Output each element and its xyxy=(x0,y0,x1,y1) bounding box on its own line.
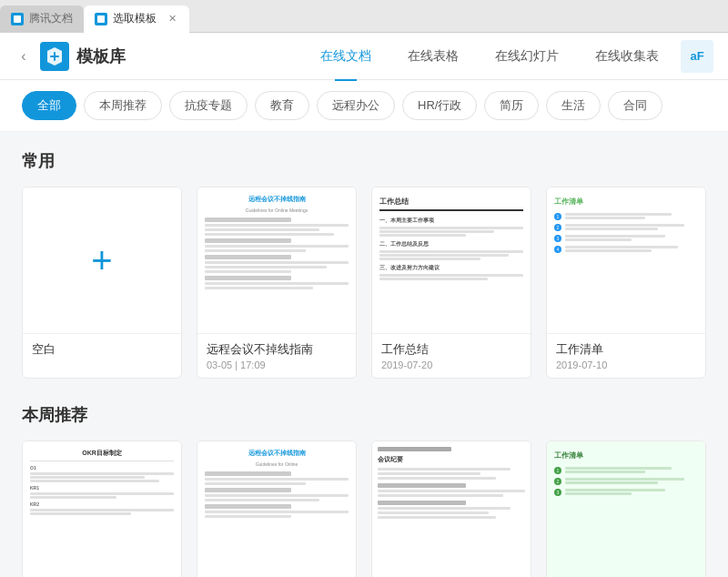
work-summary-name: 工作总结 xyxy=(381,341,521,358)
tencent-docs-icon xyxy=(11,13,24,25)
mp2-line-4 xyxy=(205,499,319,501)
mp-line-2 xyxy=(205,228,319,231)
ws-line-1 xyxy=(379,227,523,229)
ws-line-6 xyxy=(379,258,480,260)
tab-select-template-label: 选取模板 xyxy=(113,11,157,26)
template-meeting-guide[interactable]: 远程会议不掉线指南 Guidelines for Online Meetings xyxy=(197,187,357,379)
work-summary-preview: 工作总结 一、本周主要工作事项 二、工作总结及反思 xyxy=(372,187,531,333)
mp-line-5 xyxy=(205,249,306,252)
mn-line-4 xyxy=(378,490,525,492)
mp2-line-5 xyxy=(205,511,349,513)
wl2-line-2b xyxy=(565,481,658,484)
meeting-guide-preview: 远程会议不掉线指南 Guidelines for Online Meetings xyxy=(197,187,356,333)
nav-item-slide[interactable]: 在线幻灯片 xyxy=(495,45,559,68)
okr-preview-title: OKR目标制定 xyxy=(30,449,174,461)
common-section-title: 常用 xyxy=(22,150,706,172)
common-section: 常用 + 空白 远程会议不掉线指南 Guidelines for Online … xyxy=(22,150,706,379)
ws-section-2: 二、工作总结及反思 xyxy=(379,240,523,260)
cat-resume[interactable]: 简历 xyxy=(484,91,539,120)
cat-edu[interactable]: 教育 xyxy=(255,91,309,120)
cat-life[interactable]: 生活 xyxy=(546,91,601,120)
mp-line-9 xyxy=(205,282,349,285)
mp2-heading-2 xyxy=(205,488,291,492)
mp-heading-3 xyxy=(205,255,291,259)
ws-line-4 xyxy=(379,250,523,253)
okr-preview: OKR目标制定 O1 KR1 KR2 xyxy=(23,441,181,577)
cat-remote[interactable]: 远程办公 xyxy=(317,91,395,120)
mp2-line-3 xyxy=(205,494,349,497)
mp2-heading-3 xyxy=(205,504,291,509)
template-okr[interactable]: OKR目标制定 O1 KR1 KR2 xyxy=(22,440,182,577)
meeting-preview-subtitle: Guidelines for Online Meetings xyxy=(205,208,349,213)
wl2-line-3b xyxy=(565,492,632,495)
wl-line-3a xyxy=(565,235,665,238)
select-template-icon xyxy=(95,13,107,25)
mn-line-2 xyxy=(378,472,480,475)
mn-section-2 xyxy=(378,501,466,505)
wl2-line-1b xyxy=(565,471,645,473)
nav-item-form[interactable]: 在线收集表 xyxy=(595,45,659,68)
cat-covid[interactable]: 抗疫专题 xyxy=(169,91,248,120)
nav-item-doc[interactable]: 在线文档 xyxy=(320,45,371,68)
mp2-subtitle: Guidelines for Online xyxy=(205,461,349,467)
wl-line-2a xyxy=(565,224,684,227)
template-work-summary[interactable]: 工作总结 一、本周主要工作事项 二、工作总结及反思 xyxy=(371,187,531,379)
tab-tencent-docs[interactable]: 腾讯文档 xyxy=(0,5,84,33)
weekly-template-grid: OKR目标制定 O1 KR1 KR2 xyxy=(22,440,706,577)
wl-item-3: 3 xyxy=(554,234,698,242)
mp-line-7 xyxy=(205,266,327,268)
plus-icon: + xyxy=(91,240,112,281)
meeting-notes-preview: 会议纪要 xyxy=(372,441,531,577)
work-list2-preview: 工作清单 1 2 xyxy=(547,441,705,577)
okr-section-2: KR1 xyxy=(30,485,174,499)
tab-tencent-docs-label: 腾讯文档 xyxy=(29,11,73,26)
cat-contract[interactable]: 合同 xyxy=(608,91,662,120)
ws-line-7 xyxy=(379,274,523,277)
meeting-notes-mini-title xyxy=(378,447,451,451)
top-nav: 在线文档 在线表格 在线幻灯片 在线收集表 xyxy=(320,45,659,68)
wl-header: 工作清单 xyxy=(554,197,698,207)
tab-select-template[interactable]: 选取模板 ✕ xyxy=(84,5,189,33)
wl-line-2b xyxy=(565,228,658,230)
template-work-list[interactable]: 工作清单 1 2 xyxy=(546,187,706,379)
wl-line-1b xyxy=(565,217,645,219)
tab-close-button[interactable]: ✕ xyxy=(166,13,178,25)
mp-heading-4 xyxy=(205,276,291,280)
page-title: 模板库 xyxy=(76,46,126,67)
wl2-item-1: 1 xyxy=(554,466,698,474)
back-button[interactable]: ‹ xyxy=(15,47,33,66)
user-avatar[interactable]: aF xyxy=(681,40,713,73)
wl-item-4: 4 xyxy=(554,245,698,253)
mn-line-7 xyxy=(378,511,489,514)
work-list-date: 2019-07-10 xyxy=(556,359,696,370)
wl-line-3b xyxy=(565,238,632,241)
template-work-list2[interactable]: 工作清单 1 2 xyxy=(546,440,706,577)
okr-section-1: O1 xyxy=(30,465,174,482)
category-bar: 全部 本周推荐 抗疫专题 教育 远程办公 HR/行政 简历 生活 合同 xyxy=(0,80,728,132)
meeting-guide-card-info: 远程会议不掉线指南 03-05 | 17:09 xyxy=(197,333,356,378)
nav-item-sheet[interactable]: 在线表格 xyxy=(408,45,459,68)
template-blank[interactable]: + 空白 xyxy=(22,187,182,379)
meeting-guide2-preview: 远程会议不掉线指南 Guidelines for Online xyxy=(197,441,356,577)
browser-tabs: 腾讯文档 选取模板 ✕ xyxy=(0,0,728,33)
wl2-item-3: 3 xyxy=(554,488,698,496)
wl2-line-2a xyxy=(565,478,684,481)
ws-section-1: 一、本周主要工作事项 xyxy=(379,217,523,237)
cat-hr[interactable]: HR/行政 xyxy=(402,91,477,120)
mn-line-8 xyxy=(378,516,496,519)
mn-line-6 xyxy=(378,507,511,510)
cat-all[interactable]: 全部 xyxy=(22,91,76,120)
svg-rect-1 xyxy=(97,15,105,23)
ws-line-8 xyxy=(379,278,488,280)
mn-header-text: 会议纪要 xyxy=(378,455,525,464)
wl2-line-3a xyxy=(565,489,665,491)
cat-week[interactable]: 本周推荐 xyxy=(84,91,162,120)
wl2-line-1a xyxy=(565,467,672,470)
mp-line-1 xyxy=(205,224,349,227)
template-meeting-guide2[interactable]: 远程会议不掉线指南 Guidelines for Online xyxy=(197,440,357,577)
template-meeting-notes[interactable]: 会议纪要 会议纪要 xyxy=(371,440,531,577)
work-list-name: 工作清单 xyxy=(556,341,696,358)
mp-heading-2 xyxy=(205,238,291,243)
weekly-section: 本周推荐 OKR目标制定 O1 KR1 xyxy=(22,404,706,577)
wl-line-4a xyxy=(565,246,678,248)
